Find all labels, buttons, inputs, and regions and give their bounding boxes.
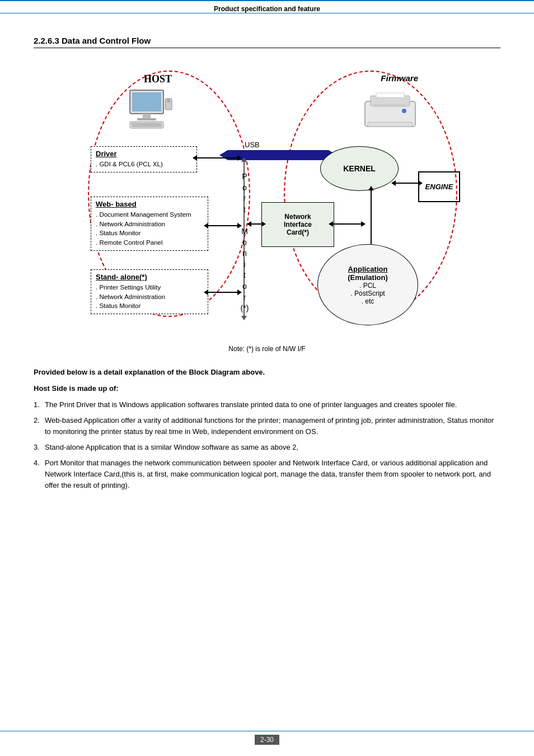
standalone-item-2: Network Administration	[96, 292, 203, 302]
nic-box: NetworkInterfaceCard(*)	[261, 202, 334, 247]
standalone-item-1: Printer Settings Utility	[96, 283, 203, 292]
list-text-1: The Print Driver that is Windows applica…	[45, 400, 457, 409]
engine-box: ENGINE	[418, 171, 460, 202]
port-monitor-label: Port Monitor (*)	[236, 171, 253, 323]
driver-list: GDI & PCL6 (PCL XL)	[96, 160, 192, 169]
webbased-arrow	[208, 225, 237, 226]
header-title: Product specification and feature	[214, 5, 320, 13]
driver-arrow	[197, 157, 237, 158]
svg-point-12	[402, 109, 406, 113]
standalone-arrow	[208, 292, 237, 293]
standalone-item-3: Status Monitor	[96, 301, 203, 311]
svg-rect-2	[143, 114, 151, 118]
printer-image	[359, 87, 421, 132]
webbased-box: Web- based Document Management System Ne…	[91, 197, 208, 251]
app-ellipse: Application (Emulation) . PCL . PostScri…	[317, 244, 418, 325]
list-item-1: 1. The Print Driver that is Windows appl…	[34, 399, 500, 410]
standalone-box: Stand- alone(*) Printer Settings Utility…	[91, 269, 208, 314]
list-text-2: Web-based Application offer a varity of …	[45, 416, 494, 436]
body-section: Provided below is a detail explanation o…	[34, 367, 500, 492]
port-nic-arrow	[251, 223, 261, 225]
usb-label: USB	[245, 141, 260, 149]
list-num-2: 2.	[34, 415, 40, 426]
standalone-list: Printer Settings Utility Network Adminis…	[96, 283, 203, 311]
svg-rect-3	[137, 118, 156, 120]
list-item-4: 4. Port Monitor that manages the network…	[34, 458, 500, 491]
app-subtitle: (Emulation)	[348, 273, 388, 282]
usb-arrow-left	[219, 150, 228, 160]
kernel-ellipse: KERNEL	[320, 146, 399, 191]
computer-image	[127, 87, 177, 132]
webbased-item-4: Remote Control Panel	[96, 238, 203, 248]
standalone-title: Stand- alone(*)	[96, 273, 203, 281]
diagram-note: Note: (*) is role of N/W I/F	[34, 345, 500, 353]
webbased-item-1: Document Management System	[96, 210, 203, 220]
list-item-2: 2. Web-based Application offer a varity …	[34, 415, 500, 437]
driver-item: GDI & PCL6 (PCL XL)	[96, 160, 192, 169]
nic-kernel-arrow	[333, 223, 361, 225]
diagram-container: HOST Firmware	[71, 59, 463, 339]
webbased-title: Web- based	[96, 200, 203, 208]
main-content: 2.2.6.3 Data and Control Flow HOST Firmw…	[0, 13, 534, 530]
kernel-app-arrow	[371, 190, 372, 252]
svg-rect-10	[373, 104, 407, 107]
host-heading: Host Side is made up of:	[34, 383, 500, 395]
app-item-pcl: . PCL	[359, 282, 376, 290]
nic-label: NetworkInterfaceCard(*)	[284, 213, 312, 236]
app-item-etc: . etc	[362, 297, 374, 305]
list-num-3: 3.	[34, 442, 40, 453]
svg-rect-11	[368, 122, 413, 127]
section-heading: 2.2.6.3 Data and Control Flow	[34, 36, 500, 48]
list-num-1: 1.	[34, 399, 40, 410]
list-text-3: Stand-alone Application that is a simila…	[45, 443, 298, 451]
svg-rect-13	[376, 93, 404, 97]
host-label: HOST	[144, 73, 172, 85]
list-text-4: Port Monitor that manages the network co…	[45, 459, 491, 489]
app-item-ps: . PostScript	[350, 290, 385, 297]
list-num-4: 4.	[34, 458, 40, 469]
webbased-item-2: Network Administration	[96, 220, 203, 229]
svg-point-5	[167, 99, 170, 102]
kernel-engine-arrow	[396, 183, 418, 184]
webbased-list: Document Management System Network Admin…	[96, 210, 203, 248]
firmware-label: Firmware	[381, 73, 418, 83]
svg-rect-1	[132, 92, 161, 111]
driver-box: Driver GDI & PCL6 (PCL XL)	[91, 146, 197, 172]
intro-paragraph: Provided below is a detail explanation o…	[34, 367, 500, 379]
header-bar: Product specification and feature	[0, 0, 534, 13]
webbased-item-3: Status Monitor	[96, 228, 203, 238]
kernel-label: KERNEL	[343, 164, 376, 173]
app-title: Application	[348, 265, 388, 273]
page-number: 2-30	[255, 735, 279, 745]
svg-rect-7	[132, 123, 162, 127]
footer: 2-30	[0, 731, 534, 745]
driver-title: Driver	[96, 150, 192, 158]
engine-label: ENGINE	[425, 183, 453, 191]
list-item-3: 3. Stand-alone Application that is a sim…	[34, 442, 500, 453]
